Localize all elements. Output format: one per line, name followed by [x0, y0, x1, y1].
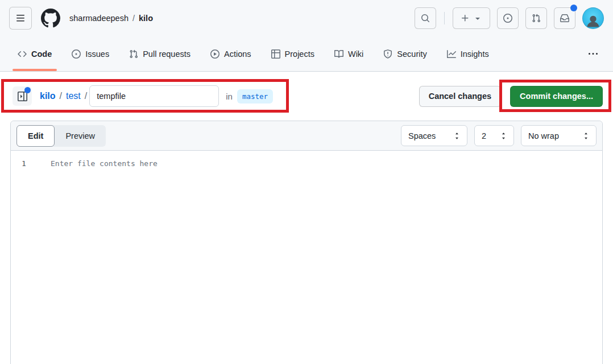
- hamburger-menu-button[interactable]: [9, 7, 32, 30]
- breadcrumb-owner[interactable]: sharmadeepesh: [69, 14, 129, 23]
- line-number: 1: [11, 158, 37, 169]
- kebab-horizontal-icon: [589, 49, 598, 59]
- shield-icon: [383, 49, 392, 59]
- cancel-changes-button[interactable]: Cancel changes: [419, 86, 501, 107]
- issue-opened-icon: [503, 14, 512, 23]
- inbox-wrapper: [554, 7, 575, 29]
- tab-code[interactable]: Code: [13, 36, 57, 71]
- github-logo-icon[interactable]: [41, 9, 60, 28]
- play-icon: [210, 49, 219, 59]
- global-bar: sharmadeepesh / kilo: [0, 0, 613, 36]
- tab-actions[interactable]: Actions: [205, 36, 256, 71]
- tree-notification-dot: [24, 87, 31, 93]
- table-icon: [271, 49, 280, 59]
- tab-security[interactable]: Security: [378, 36, 432, 71]
- indent-mode-value: Spaces: [408, 131, 436, 140]
- tab-preview[interactable]: Preview: [55, 125, 106, 147]
- file-path-bar: kilo / test / in master Cancel changes C…: [0, 72, 613, 121]
- tab-label: Code: [31, 49, 52, 59]
- tab-label: Wiki: [348, 49, 363, 59]
- code-editor[interactable]: 1 Enter file contents here: [11, 151, 602, 169]
- path-separator: /: [60, 91, 62, 101]
- file-breadcrumb: kilo / test /: [40, 91, 87, 101]
- git-pull-request-icon: [532, 14, 541, 23]
- tab-wiki[interactable]: Wiki: [329, 36, 368, 71]
- nav-overflow-button[interactable]: [583, 46, 603, 63]
- inbox-icon: [560, 14, 569, 23]
- path-separator: /: [85, 91, 87, 101]
- tab-label: Security: [397, 49, 426, 59]
- search-button[interactable]: [415, 7, 436, 29]
- tab-label: Actions: [224, 49, 251, 59]
- triangle-down-icon: [473, 14, 482, 23]
- issues-button[interactable]: [497, 7, 519, 29]
- create-new-button[interactable]: [453, 7, 490, 29]
- indent-size-select[interactable]: 2: [474, 125, 514, 146]
- header-divider: [444, 12, 445, 24]
- unfold-icon: [583, 132, 589, 140]
- tab-label: Pull requests: [143, 49, 190, 59]
- file-tree-toggle-button[interactable]: [13, 86, 32, 106]
- code-icon: [18, 49, 27, 59]
- repo-nav: Code Issues Pull requests Actions Projec…: [0, 36, 613, 71]
- unfold-icon: [500, 132, 507, 140]
- tab-pull-requests[interactable]: Pull requests: [124, 36, 196, 71]
- edit-preview-tabs: Edit Preview: [16, 125, 106, 147]
- tab-edit[interactable]: Edit: [16, 125, 55, 147]
- editor-placeholder: Enter file contents here: [37, 158, 158, 169]
- commit-changes-button[interactable]: Commit changes...: [510, 86, 603, 107]
- wrap-mode-value: No wrap: [528, 131, 559, 140]
- file-editor-panel: Edit Preview Spaces 2 No wrap: [10, 121, 603, 364]
- pull-requests-button[interactable]: [525, 7, 547, 29]
- user-avatar[interactable]: [582, 7, 604, 29]
- wrap-mode-select[interactable]: No wrap: [521, 125, 597, 146]
- tab-insights[interactable]: Insights: [442, 36, 494, 71]
- plus-icon: [461, 14, 470, 23]
- unread-notification-dot: [570, 5, 577, 11]
- editor-controls: Spaces 2 No wrap: [401, 125, 597, 146]
- tab-projects[interactable]: Projects: [266, 36, 320, 71]
- filename-input[interactable]: [89, 85, 219, 107]
- issue-opened-icon: [72, 49, 81, 59]
- branch-badge[interactable]: master: [237, 89, 273, 104]
- tab-issues[interactable]: Issues: [67, 36, 114, 71]
- hamburger-icon: [16, 14, 25, 23]
- tab-label: Insights: [461, 49, 489, 59]
- editor-header: Edit Preview Spaces 2 No wrap: [11, 121, 602, 151]
- tab-label: Projects: [285, 49, 314, 59]
- file-breadcrumb-dir-link[interactable]: test: [66, 91, 81, 101]
- file-bar-actions: Cancel changes Commit changes...: [419, 86, 603, 107]
- breadcrumb-separator: /: [132, 14, 135, 23]
- graph-icon: [447, 49, 456, 59]
- indent-mode-select[interactable]: Spaces: [401, 125, 467, 146]
- unfold-icon: [454, 132, 460, 140]
- global-bar-actions: [415, 7, 604, 29]
- tab-label: Issues: [85, 49, 109, 59]
- app-header: sharmadeepesh / kilo: [0, 0, 613, 72]
- book-icon: [334, 49, 343, 59]
- search-icon: [421, 14, 430, 23]
- in-label: in: [226, 92, 233, 101]
- breadcrumb-repo[interactable]: kilo: [139, 14, 153, 23]
- file-breadcrumb-repo-link[interactable]: kilo: [40, 91, 56, 101]
- indent-size-value: 2: [482, 131, 486, 140]
- breadcrumb: sharmadeepesh / kilo: [69, 14, 153, 23]
- git-pull-request-icon: [129, 49, 138, 59]
